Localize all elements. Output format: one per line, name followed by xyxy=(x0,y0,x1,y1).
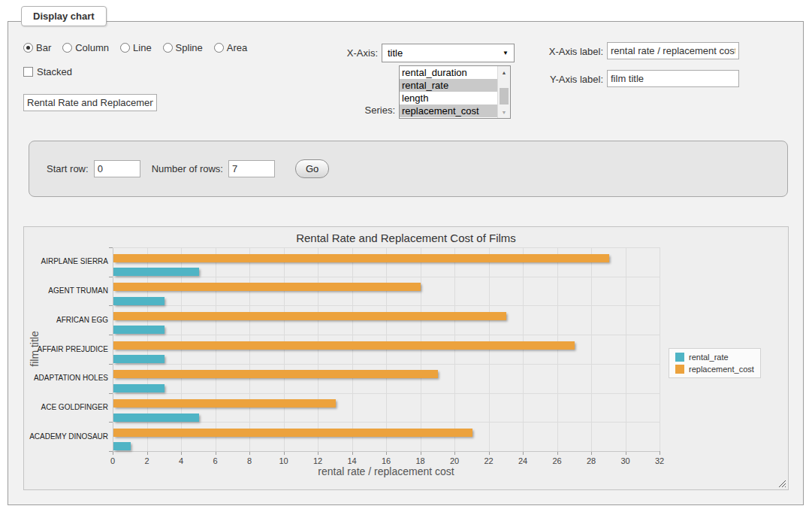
x-tick-label: 32 xyxy=(648,456,671,465)
y-axis-tick xyxy=(109,277,113,277)
bar-rental_rate[interactable] xyxy=(113,442,131,450)
gridline xyxy=(660,247,660,451)
radio-option-column[interactable]: Column xyxy=(62,42,109,53)
chart-type-radio-group: BarColumnLineSplineArea xyxy=(23,42,247,53)
y-axis-label-field-label: Y-Axis label: xyxy=(501,74,603,85)
radio-option-area[interactable]: Area xyxy=(214,42,247,53)
gridline xyxy=(113,305,660,306)
bar-replacement_cost[interactable] xyxy=(113,429,472,437)
gridline xyxy=(591,247,592,451)
gridline xyxy=(113,364,660,365)
start-row-label: Start row: xyxy=(47,163,89,174)
x-tick-label: 6 xyxy=(204,456,227,465)
y-axis-tick xyxy=(109,451,113,452)
series-listbox[interactable]: rental_durationrental_ratelengthreplacem… xyxy=(399,65,511,119)
y-axis-tick xyxy=(109,364,113,365)
radio-option-label: Column xyxy=(75,42,109,53)
gridline xyxy=(113,277,660,277)
scroll-down-icon[interactable]: ▼ xyxy=(498,107,510,117)
x-tick-label: 0 xyxy=(101,456,124,465)
bar-replacement_cost[interactable] xyxy=(113,254,609,262)
x-tick-label: 10 xyxy=(273,456,295,465)
bar-replacement_cost[interactable] xyxy=(113,312,506,320)
number-of-rows-input[interactable] xyxy=(228,160,275,177)
radio-option-label: Spline xyxy=(176,42,203,53)
scrollbar-thumb[interactable] xyxy=(500,88,509,105)
x-tick-label: 16 xyxy=(375,456,397,465)
y-axis-tick xyxy=(109,247,113,248)
y-axis-tick xyxy=(109,422,113,423)
chart-title-input[interactable] xyxy=(23,94,157,111)
x-tick-label: 26 xyxy=(546,456,569,465)
gridline xyxy=(113,422,660,423)
category-label: ADAPTATION HOLES xyxy=(24,374,108,383)
radio-icon xyxy=(120,43,130,53)
series-option-rental_duration[interactable]: rental_duration xyxy=(400,66,497,79)
legend-item-replacement_cost[interactable]: replacement_cost xyxy=(675,365,754,374)
x-tick-label: 14 xyxy=(341,456,364,465)
go-button[interactable]: Go xyxy=(295,159,329,178)
category-label: AFRICAN EGG xyxy=(24,316,108,325)
chart-x-axis-title: rental rate / replacement cost xyxy=(113,465,660,477)
bar-replacement_cost[interactable] xyxy=(113,370,438,378)
legend-item-rental_rate[interactable]: rental_rate xyxy=(675,353,754,362)
x-axis-tick xyxy=(660,451,660,455)
radio-icon xyxy=(214,43,224,53)
series-option-replacement_cost[interactable]: replacement_cost xyxy=(400,105,497,117)
radio-option-spline[interactable]: Spline xyxy=(163,42,203,53)
series-option-rental_rate[interactable]: rental_rate xyxy=(400,79,497,92)
resize-grip-icon[interactable] xyxy=(777,479,786,487)
bar-replacement_cost[interactable] xyxy=(113,283,421,291)
x-axis-select[interactable]: title ▼ xyxy=(382,44,515,62)
radio-option-label: Line xyxy=(133,42,152,53)
x-tick-label: 4 xyxy=(170,456,192,465)
x-tick-label: 20 xyxy=(443,456,466,465)
legend-item-label: replacement_cost xyxy=(689,365,754,374)
x-tick-label: 24 xyxy=(512,456,534,465)
radio-selected-dot xyxy=(26,46,30,50)
series-option-length[interactable]: length xyxy=(400,92,497,105)
bar-rental_rate[interactable] xyxy=(113,268,199,276)
x-tick-label: 18 xyxy=(409,456,432,465)
legend-item-label: rental_rate xyxy=(689,353,729,362)
y-axis-tick xyxy=(109,305,113,306)
bar-rental_rate[interactable] xyxy=(113,297,165,305)
category-label: AIRPLANE SIERRA xyxy=(24,257,108,266)
bar-replacement_cost[interactable] xyxy=(113,399,336,407)
x-axis-selected-value: title xyxy=(388,47,403,59)
chart-title: Rental Rate and Replacement Cost of Film… xyxy=(24,232,788,244)
x-tick-label: 2 xyxy=(136,456,158,465)
y-axis-tick xyxy=(109,393,113,394)
display-chart-fieldset: Display chart BarColumnLineSplineArea St… xyxy=(8,21,804,505)
fieldset-legend: Display chart xyxy=(21,6,107,26)
gridline xyxy=(113,393,660,394)
radio-icon xyxy=(163,43,173,53)
start-row-input[interactable] xyxy=(94,160,140,177)
x-axis-select-label: X-Axis: xyxy=(294,47,378,59)
bar-rental_rate[interactable] xyxy=(113,414,199,422)
stacked-checkbox-row[interactable]: Stacked xyxy=(23,66,72,77)
gridline xyxy=(113,247,660,248)
radio-icon xyxy=(62,43,72,53)
bar-rental_rate[interactable] xyxy=(113,355,165,363)
radio-icon xyxy=(23,43,33,53)
bar-rental_rate[interactable] xyxy=(113,326,165,334)
bar-replacement_cost[interactable] xyxy=(113,341,575,350)
series-listbox-options: rental_durationrental_ratelengthreplacem… xyxy=(400,66,497,118)
radio-option-line[interactable]: Line xyxy=(120,42,152,53)
x-tick-label: 28 xyxy=(580,456,602,465)
series-listbox-label: Series: xyxy=(324,105,395,116)
y-axis-label-input[interactable] xyxy=(607,70,739,87)
x-axis-label-field-label: X-Axis label: xyxy=(501,46,603,57)
bar-rental_rate[interactable] xyxy=(113,384,165,392)
legend-symbol xyxy=(675,365,684,374)
y-axis-tick xyxy=(109,335,113,335)
x-axis-label-input[interactable] xyxy=(607,42,739,59)
gridline xyxy=(113,451,660,452)
stacked-checkbox-icon[interactable] xyxy=(23,67,33,77)
x-tick-label: 30 xyxy=(614,456,637,465)
category-label: AGENT TRUMAN xyxy=(24,286,108,295)
radio-option-label: Area xyxy=(227,42,247,53)
gridline xyxy=(626,247,626,451)
radio-option-bar[interactable]: Bar xyxy=(23,42,51,53)
